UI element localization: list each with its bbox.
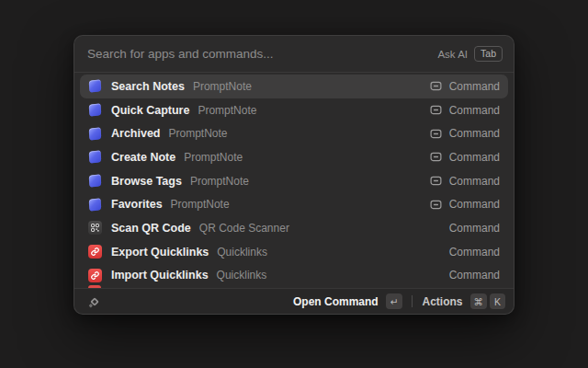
item-type-label: Command [449, 127, 500, 140]
item-accessory: Command [430, 127, 500, 140]
actions-menu-label[interactable]: Actions [422, 295, 462, 308]
hotkey-recorder-icon [430, 199, 442, 211]
hotkey-recorder-icon [430, 128, 442, 140]
cmd-key-badge: ⌘ [470, 293, 488, 309]
item-accessory: Command [430, 104, 500, 117]
command-list-item[interactable]: Quick Capture PromptNote Command [80, 98, 508, 122]
promptnote-icon [88, 198, 102, 212]
search-bar: Ask AI Tab [74, 36, 514, 73]
command-list-item[interactable]: Archived PromptNote Command [80, 121, 508, 145]
promptnote-icon [88, 103, 102, 117]
item-subtitle: QR Code Scanner [199, 222, 289, 235]
item-subtitle: PromptNote [198, 104, 256, 117]
item-subtitle: Quicklinks [217, 246, 267, 259]
item-accessory: Command [430, 151, 500, 164]
item-subtitle: Quicklinks [217, 269, 267, 282]
item-accessory: Command [449, 222, 500, 235]
command-palette-window: Ask AI Tab Search Notes PromptNote Comma… [74, 35, 514, 315]
item-subtitle: PromptNote [184, 151, 243, 164]
command-list-item[interactable]: Scan QR Code QR Code Scanner Command [80, 216, 508, 240]
item-title: Favorites [111, 198, 163, 211]
hotkey-recorder-icon [430, 80, 442, 92]
hotkey-recorder-icon [430, 175, 442, 187]
item-accessory: Command [449, 269, 500, 282]
item-title: Create Note [111, 151, 175, 164]
ask-ai-label: Ask AI [437, 49, 468, 60]
command-list-item[interactable]: Favorites PromptNote Command [80, 192, 508, 216]
command-list-item[interactable]: Export Quicklinks Quicklinks Command [80, 240, 508, 264]
item-type-label: Command [449, 246, 500, 259]
primary-action-label[interactable]: Open Command [293, 295, 379, 308]
item-type-label: Command [449, 269, 500, 282]
clipped-next-row-icon [88, 285, 101, 289]
item-accessory: Command [430, 198, 500, 211]
command-list-item[interactable]: Create Note PromptNote Command [80, 145, 508, 169]
item-type-label: Command [449, 151, 500, 164]
k-key-badge: K [490, 293, 505, 309]
quicklinks-icon [88, 245, 102, 259]
promptnote-icon [88, 150, 102, 164]
tab-key-badge: Tab [474, 46, 503, 62]
item-title: Scan QR Code [111, 222, 191, 235]
search-input[interactable] [87, 47, 437, 61]
item-title: Import Quicklinks [111, 269, 209, 282]
item-type-label: Command [449, 80, 500, 93]
desktop-background: Ask AI Tab Search Notes PromptNote Comma… [0, 0, 588, 368]
footer-bar: Open Command ↵ Actions ⌘ K [74, 288, 514, 314]
item-accessory: Command [430, 80, 500, 93]
hotkey-recorder-icon [430, 151, 442, 163]
promptnote-icon [88, 127, 102, 141]
ask-ai-control[interactable]: Ask AI Tab [437, 46, 503, 62]
item-type-label: Command [449, 175, 500, 188]
return-key-badge: ↵ [386, 293, 403, 309]
item-title: Archived [111, 127, 161, 140]
item-accessory: Command [449, 246, 500, 259]
command-list-item[interactable]: Import Quicklinks Quicklinks Command [80, 264, 508, 288]
item-subtitle: PromptNote [193, 80, 252, 93]
item-subtitle: PromptNote [190, 175, 249, 188]
promptnote-icon [88, 174, 102, 188]
promptnote-icon [88, 79, 102, 93]
item-type-label: Command [449, 104, 500, 117]
footer-divider [412, 295, 413, 307]
quicklinks-icon [88, 269, 102, 282]
item-subtitle: PromptNote [171, 198, 230, 211]
raycast-logo-icon [87, 294, 102, 309]
item-title: Export Quicklinks [111, 246, 209, 259]
qr-code-icon [88, 221, 102, 235]
command-list-item[interactable]: Search Notes PromptNote Command [80, 75, 508, 98]
item-type-label: Command [449, 222, 500, 235]
item-title: Quick Capture [111, 104, 189, 117]
item-type-label: Command [449, 198, 500, 211]
item-subtitle: PromptNote [169, 127, 228, 140]
item-accessory: Command [430, 175, 500, 188]
command-list-item[interactable]: Browse Tags PromptNote Command [80, 169, 508, 193]
hotkey-recorder-icon [430, 104, 442, 116]
command-list: Search Notes PromptNote Command Quick Ca… [74, 73, 514, 288]
item-title: Search Notes [111, 80, 185, 93]
item-title: Browse Tags [111, 175, 182, 188]
